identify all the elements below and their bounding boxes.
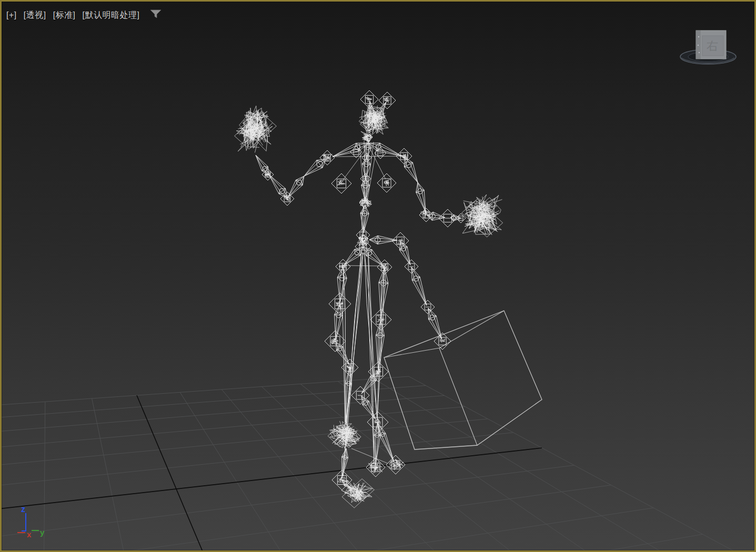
viewport-menu-pov[interactable]: [透视] — [24, 10, 46, 21]
biped-skeleton-wireframe[interactable] — [235, 90, 503, 508]
viewcube-cube[interactable]: 右 — [696, 30, 726, 59]
axis-z-label: z — [21, 505, 25, 514]
axis-y-label: y — [40, 528, 45, 537]
viewport-menu-general[interactable]: [+] — [6, 11, 17, 20]
viewport-label-bar: [+] [透视] [标准] [默认明暗处理] — [6, 9, 162, 22]
3dsmax-perspective-viewport[interactable]: z x y [+] [透视] [标准] [默认明暗处理] 右 — [0, 0, 756, 552]
viewport-canvas[interactable]: z x y — [0, 0, 756, 552]
viewport-menu-standard[interactable]: [标准] — [53, 10, 76, 21]
viewcube-face-label[interactable]: 右 — [707, 39, 718, 53]
viewport-menu-shading[interactable]: [默认明暗处理] — [83, 10, 140, 21]
prop-cube-wireframe[interactable] — [384, 311, 542, 449]
viewcube[interactable]: 右 — [675, 25, 746, 72]
axis-x-label: x — [27, 530, 32, 539]
viewport-filter-funnel-icon[interactable] — [149, 9, 162, 22]
